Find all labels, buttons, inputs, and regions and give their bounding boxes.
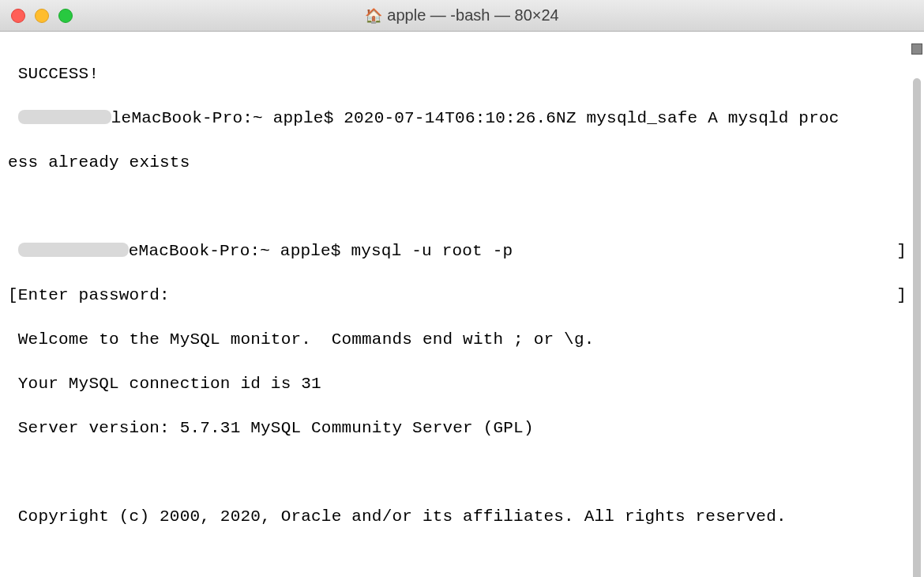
output-line: leMacBook-Pro:~ apple$ 2020-07-14T06:10:… bbox=[8, 107, 916, 130]
bracket: ] bbox=[896, 240, 907, 262]
scroll-thumb[interactable] bbox=[913, 78, 921, 577]
output-line: Server version: 5.7.31 MySQL Community S… bbox=[8, 417, 916, 439]
terminal-output[interactable]: SUCCESS! leMacBook-Pro:~ apple$ 2020-07-… bbox=[0, 32, 924, 577]
redacted-text bbox=[18, 243, 129, 257]
scroll-marker-icon bbox=[911, 43, 922, 55]
window-title: 🏠 apple — -bash — 80×24 bbox=[365, 6, 558, 25]
output-line bbox=[8, 462, 916, 484]
scrollbar[interactable] bbox=[911, 43, 922, 577]
title-text: apple — -bash — 80×24 bbox=[387, 6, 558, 25]
output-line: Copyright (c) 2000, 2020, Oracle and/or … bbox=[8, 506, 916, 528]
home-icon: 🏠 bbox=[365, 7, 382, 25]
output-line: [Enter password: ] bbox=[8, 285, 916, 307]
close-icon[interactable] bbox=[11, 9, 25, 23]
output-line: Your MySQL connection id is 31 bbox=[8, 373, 916, 395]
output-line bbox=[8, 550, 916, 572]
titlebar[interactable]: 🏠 apple — -bash — 80×24 bbox=[0, 0, 924, 32]
window-controls bbox=[11, 9, 73, 23]
output-line: ess already exists bbox=[8, 152, 916, 174]
output-line: Welcome to the MySQL monitor. Commands e… bbox=[8, 329, 916, 351]
output-line: eMacBook-Pro:~ apple$ mysql -u root -p] bbox=[8, 240, 916, 262]
maximize-icon[interactable] bbox=[58, 9, 73, 23]
redacted-text bbox=[18, 110, 111, 124]
output-line bbox=[8, 196, 916, 218]
output-line: SUCCESS! bbox=[8, 63, 916, 85]
minimize-icon[interactable] bbox=[35, 9, 49, 23]
bracket: ] bbox=[896, 285, 907, 307]
